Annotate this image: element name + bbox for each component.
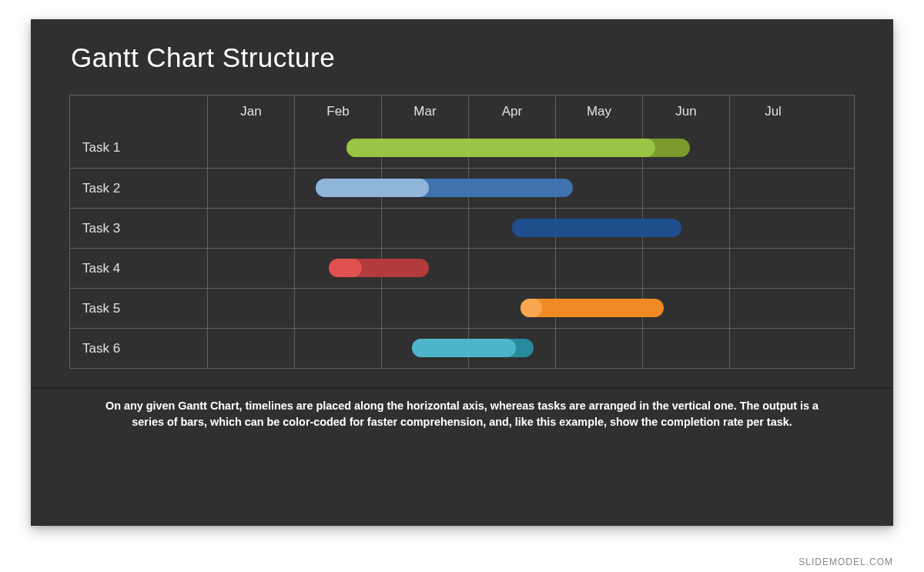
gantt-grid-cell xyxy=(468,329,555,368)
gantt-task-row: Task 6 xyxy=(70,328,854,368)
gantt-header-month: Jun xyxy=(642,95,729,128)
gantt-task-row: Task 4 xyxy=(70,248,854,288)
gantt-task-row: Task 2 xyxy=(70,168,854,208)
gantt-task-label: Task 3 xyxy=(70,209,207,248)
gantt-grid-cell xyxy=(294,329,381,368)
page-container: Gantt Chart Structure JanFebMarAprMayJun… xyxy=(0,0,924,572)
gantt-header-empty xyxy=(70,95,207,128)
gantt-grid-cell xyxy=(381,169,468,208)
gantt-grid-cell xyxy=(294,169,381,208)
gantt-grid-cell xyxy=(207,209,294,248)
gantt-grid-cell xyxy=(555,128,642,168)
gantt-task-label: Task 1 xyxy=(70,128,207,168)
gantt-task-label: Task 6 xyxy=(70,329,207,368)
gantt-header-row: JanFebMarAprMayJunJul xyxy=(70,95,854,128)
gantt-grid-cell xyxy=(642,209,729,248)
gantt-grid-cell xyxy=(555,209,642,248)
gantt-grid-cell xyxy=(207,329,294,368)
gantt-grid-cell xyxy=(642,329,729,368)
gantt-grid-cell xyxy=(729,329,816,368)
gantt-grid-cell xyxy=(468,289,555,328)
gantt-task-row: Task 5 xyxy=(70,288,854,328)
gantt-grid-cell xyxy=(207,128,294,168)
gantt-grid-cell xyxy=(381,128,468,168)
gantt-grid-cell xyxy=(555,169,642,208)
gantt-grid-cell xyxy=(294,209,381,248)
gantt-grid-cell xyxy=(207,249,294,288)
gantt-grid-cell xyxy=(468,169,555,208)
gantt-grid-cell xyxy=(729,209,816,248)
gantt-task-label: Task 5 xyxy=(70,289,207,328)
gantt-header-month: Jul xyxy=(729,95,816,128)
gantt-grid-cell xyxy=(381,249,468,288)
gantt-chart: JanFebMarAprMayJunJul Task 1Task 2Task 3… xyxy=(69,95,855,369)
gantt-grid-cell xyxy=(381,289,468,328)
caption-text: On any given Gantt Chart, timelines are … xyxy=(100,398,824,430)
gantt-grid-cell xyxy=(381,209,468,248)
gantt-grid-cell xyxy=(729,289,816,328)
gantt-grid-cell xyxy=(294,249,381,288)
gantt-task-label: Task 2 xyxy=(70,169,207,208)
divider xyxy=(31,387,893,389)
gantt-grid-cell xyxy=(294,128,381,168)
gantt-header-month: Apr xyxy=(468,95,555,128)
gantt-grid-cell xyxy=(642,128,729,168)
gantt-grid-cell xyxy=(381,329,468,368)
watermark: SLIDEMODEL.COM xyxy=(798,557,893,567)
gantt-grid-cell xyxy=(729,128,816,168)
gantt-body: Task 1Task 2Task 3Task 4Task 5Task 6 xyxy=(70,128,854,368)
gantt-task-label: Task 4 xyxy=(70,249,207,288)
gantt-grid-cell xyxy=(468,209,555,248)
gantt-grid-cell xyxy=(555,289,642,328)
gantt-task-row: Task 1 xyxy=(70,128,854,168)
gantt-grid-cell xyxy=(294,289,381,328)
gantt-grid-cell xyxy=(468,128,555,168)
gantt-grid-cell xyxy=(207,289,294,328)
gantt-grid-cell xyxy=(207,169,294,208)
gantt-grid-cell xyxy=(729,249,816,288)
slide-title: Gantt Chart Structure xyxy=(71,42,855,73)
gantt-grid-cell xyxy=(642,289,729,328)
gantt-grid-cell xyxy=(642,169,729,208)
gantt-header-month: Jan xyxy=(207,95,294,128)
gantt-header-month: Mar xyxy=(381,95,468,128)
gantt-grid-cell xyxy=(642,249,729,288)
gantt-header-month: May xyxy=(555,95,642,128)
gantt-task-row: Task 3 xyxy=(70,208,854,248)
slide: Gantt Chart Structure JanFebMarAprMayJun… xyxy=(31,19,893,526)
gantt-grid-cell xyxy=(468,249,555,288)
gantt-grid-cell xyxy=(729,169,816,208)
gantt-grid-cell xyxy=(555,329,642,368)
gantt-header-month: Feb xyxy=(294,95,381,128)
gantt-grid-cell xyxy=(555,249,642,288)
